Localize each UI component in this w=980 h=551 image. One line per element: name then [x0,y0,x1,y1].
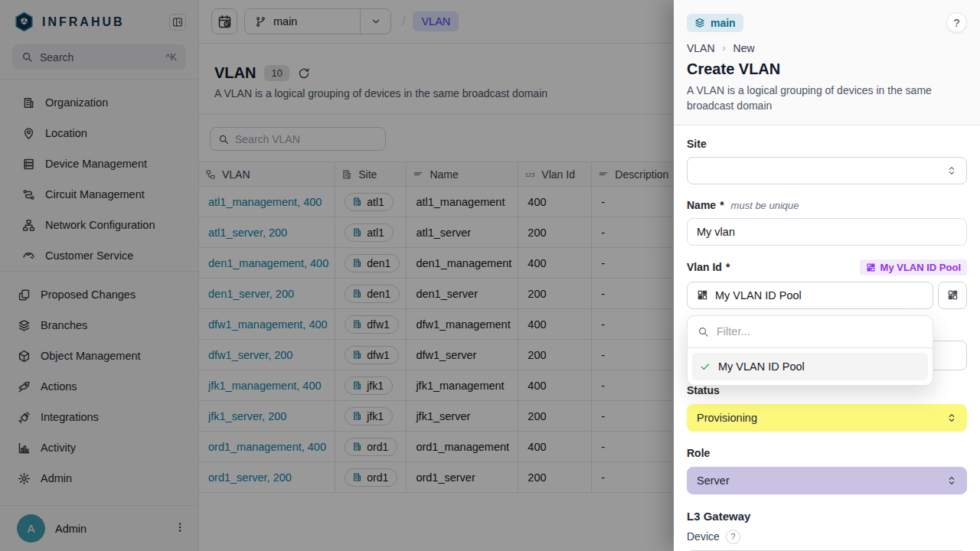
pool-grid-icon [866,262,876,272]
vlan-id-input[interactable]: My VLAN ID Pool [687,282,933,309]
pool-grid-icon [697,289,708,301]
name-label: Name [687,199,716,211]
site-label: Site [687,138,967,150]
chevron-up-down-icon [946,475,957,486]
dropdown-options: My VLAN ID Pool [688,348,933,385]
drawer-breadcrumb-current: New [733,42,755,54]
search-icon [697,326,709,337]
role-select[interactable]: Server [687,467,967,494]
status-select[interactable]: Provisioning [687,404,967,432]
role-value: Server [697,474,730,487]
pool-grid-icon [947,289,959,301]
chevron-up-down-icon [946,165,957,176]
name-input-value: My vlan [697,226,735,238]
drawer-breadcrumb: VLAN › New [687,42,967,54]
layers-icon [694,18,705,28]
required-asterisk: * [726,261,730,273]
role-label: Role [687,447,967,459]
vlan-id-input-value: My VLAN ID Pool [715,289,802,302]
help-button[interactable]: ? [946,12,967,33]
drawer-branch-name: main [710,17,736,29]
status-value: Provisioning [697,412,757,424]
dropdown-filter-placeholder: Filter... [717,325,750,337]
dropdown-filter-input[interactable]: Filter... [688,316,933,348]
pool-badge-label: My VLAN ID Pool [880,262,961,273]
create-vlan-drawer: main ? VLAN › New Create VLAN A VLAN is … [674,0,980,551]
chevron-up-down-icon [946,412,957,423]
name-input[interactable]: My vlan [687,218,967,246]
status-label: Status [687,384,967,396]
device-label: Device [687,530,720,543]
create-vlan-form: Site Name * must be unique My vlan Vlan … [674,126,980,551]
vlan-id-label: Vlan Id [687,261,722,273]
site-select[interactable] [687,157,967,184]
drawer-header: main ? VLAN › New Create VLAN A VLAN is … [674,0,980,126]
drawer-title: Create VLAN [687,60,967,78]
check-icon [700,361,710,372]
drawer-branch-badge[interactable]: main [687,14,743,32]
dropdown-option[interactable]: My VLAN ID Pool [692,353,928,380]
drawer-description: A VLAN is a logical grouping of devices … [687,83,939,114]
drawer-breadcrumb-parent[interactable]: VLAN [687,42,715,54]
device-help-icon[interactable]: ? [726,530,740,544]
pool-dropdown: Filter... My VLAN ID Pool [687,315,933,386]
vlan-id-pool-badge[interactable]: My VLAN ID Pool [860,259,967,276]
required-asterisk: * [720,199,724,211]
name-hint: must be unique [731,200,799,211]
l3-gateway-label: L3 Gateway [687,510,967,523]
pool-picker-button[interactable] [938,282,967,309]
